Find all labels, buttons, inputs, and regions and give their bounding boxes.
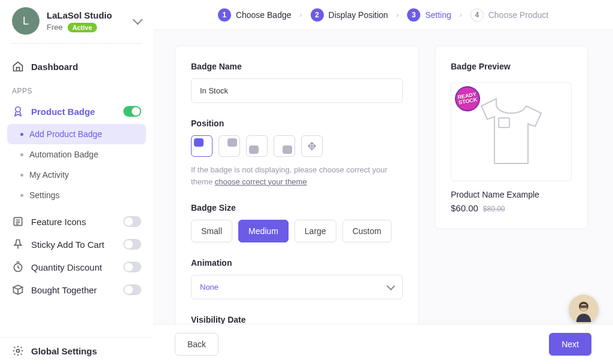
step-number: 1 [218, 8, 231, 22]
app-product-badge-label: Product Badge [31, 107, 95, 117]
step-choose-badge[interactable]: 1 Choose Badge [218, 8, 292, 22]
toggle-bought-together[interactable] [123, 284, 141, 295]
position-custom[interactable] [301, 135, 323, 157]
studio-switcher[interactable]: L LaLaSol Studio Free Active [0, 7, 153, 43]
nav-dashboard-label: Dashboard [31, 62, 78, 72]
bullet-icon [20, 174, 23, 177]
app-bought-together[interactable]: Bought Together [0, 278, 153, 301]
step-setting[interactable]: 3 Setting [407, 8, 451, 22]
nav-dashboard[interactable]: Dashboard [0, 54, 153, 78]
visibility-date-label: Visibility Date [191, 315, 403, 324]
svg-rect-4 [499, 118, 509, 128]
step-number: 4 [471, 8, 484, 22]
position-bottom-right[interactable] [274, 135, 295, 157]
sidebar-item-label: Settings [29, 190, 60, 200]
app-label: Sticky Add To Cart [31, 239, 104, 250]
step-label: Display Position [329, 10, 389, 20]
back-button[interactable]: Back [175, 333, 219, 356]
divider [12, 43, 141, 44]
size-custom[interactable]: Custom [342, 220, 392, 242]
sidebar-item-label: My Activity [29, 170, 69, 180]
chevron-right-icon: › [460, 11, 462, 19]
apps-section-label: APPS [0, 78, 153, 100]
badge-text: READY STOCK [456, 92, 480, 106]
badge-size-label: Badge Size [191, 203, 403, 213]
preview-price: $60.00 $80.00 [451, 203, 572, 213]
svg-point-0 [16, 107, 20, 112]
main: 1 Choose Badge › 2 Display Position › 3 … [153, 0, 613, 364]
step-number: 3 [407, 8, 420, 22]
app-label: Feature Icons [31, 217, 86, 227]
studio-avatar: L [12, 7, 40, 35]
app-feature-icons[interactable]: Feature Icons [0, 210, 153, 233]
sidebar-item-label: Add Product Badge [29, 129, 102, 139]
product-badge-sublist: Add Product Badge Automation Badge My Ac… [7, 124, 146, 205]
app-label: Bought Together [31, 285, 97, 295]
stepper: 1 Choose Badge › 2 Display Position › 3 … [153, 0, 613, 30]
animation-select[interactable]: None [191, 275, 403, 299]
step-label: Choose Product [488, 10, 548, 20]
chevron-down-icon [133, 15, 143, 25]
bullet-icon [20, 194, 23, 197]
package-icon [12, 284, 24, 296]
position-top-left[interactable] [191, 135, 213, 157]
toggle-feature-icons[interactable] [123, 216, 141, 227]
content: Badge Name Position If the badge is not … [153, 30, 613, 364]
app-label: Quantity Discount [31, 262, 102, 272]
step-label: Setting [425, 10, 451, 20]
nav-global-settings[interactable]: Global Settings [0, 337, 153, 364]
step-label: Choose Badge [236, 10, 292, 20]
preview-image: READY STOCK [451, 82, 572, 181]
position-bottom-left[interactable] [246, 135, 268, 157]
svg-rect-7 [580, 305, 587, 308]
sidebar: L LaLaSol Studio Free Active Dashboard A… [0, 0, 153, 364]
next-button[interactable]: Next [549, 333, 591, 356]
chevron-right-icon: › [396, 11, 399, 19]
sidebar-item-settings[interactable]: Settings [7, 185, 146, 205]
badge-name-label: Badge Name [191, 62, 403, 71]
toggle-sticky-cart[interactable] [123, 239, 141, 250]
tshirt-icon [472, 95, 550, 169]
position-label: Position [191, 119, 403, 128]
settings-panel: Badge Name Position If the badge is not … [175, 46, 419, 341]
app-product-badge[interactable]: Product Badge [0, 100, 153, 123]
position-top-right[interactable] [219, 135, 240, 157]
app-sticky-cart[interactable]: Sticky Add To Cart [0, 233, 153, 256]
size-large[interactable]: Large [295, 220, 336, 242]
bullet-icon [20, 133, 23, 136]
pin-icon [12, 238, 24, 250]
bullet-icon [20, 153, 23, 156]
size-medium[interactable]: Medium [238, 220, 289, 242]
app-quantity-discount[interactable]: Quantity Discount [0, 256, 153, 278]
price-old: $80.00 [483, 205, 505, 213]
plan-label: Free [47, 23, 63, 32]
sidebar-item-my-activity[interactable]: My Activity [7, 165, 146, 185]
sidebar-item-automation-badge[interactable]: Automation Badge [7, 144, 146, 165]
sidebar-item-label: Automation Badge [29, 150, 98, 159]
choose-theme-link[interactable]: choose correct your theme [215, 177, 307, 186]
position-help: If the badge is not displaying, please c… [191, 164, 403, 187]
price-current: $60.00 [451, 203, 478, 213]
animation-value: None [200, 283, 219, 292]
preview-panel: Badge Preview READY STOCK Product Name E… [435, 46, 588, 229]
sidebar-item-add-product-badge[interactable]: Add Product Badge [7, 124, 146, 144]
toggle-product-badge[interactable] [123, 106, 141, 117]
gear-icon [12, 345, 24, 357]
toggle-quantity-discount[interactable] [123, 262, 141, 272]
animation-label: Animation [191, 258, 403, 268]
step-choose-product[interactable]: 4 Choose Product [471, 8, 548, 22]
studio-name: LaLaSol Studio [47, 10, 127, 20]
global-settings-label: Global Settings [31, 346, 97, 356]
badge-name-input[interactable] [191, 78, 403, 103]
step-number: 2 [311, 8, 324, 22]
size-small[interactable]: Small [191, 220, 232, 242]
status-badge: Active [68, 23, 97, 32]
chevron-down-icon [387, 281, 395, 290]
chevron-right-icon: › [300, 11, 302, 19]
list-icon [12, 216, 24, 228]
step-display-position[interactable]: 2 Display Position [311, 8, 389, 22]
support-chat-button[interactable] [569, 295, 599, 324]
preview-title: Badge Preview [451, 62, 572, 71]
badge-icon [12, 105, 24, 117]
svg-point-3 [17, 350, 20, 353]
